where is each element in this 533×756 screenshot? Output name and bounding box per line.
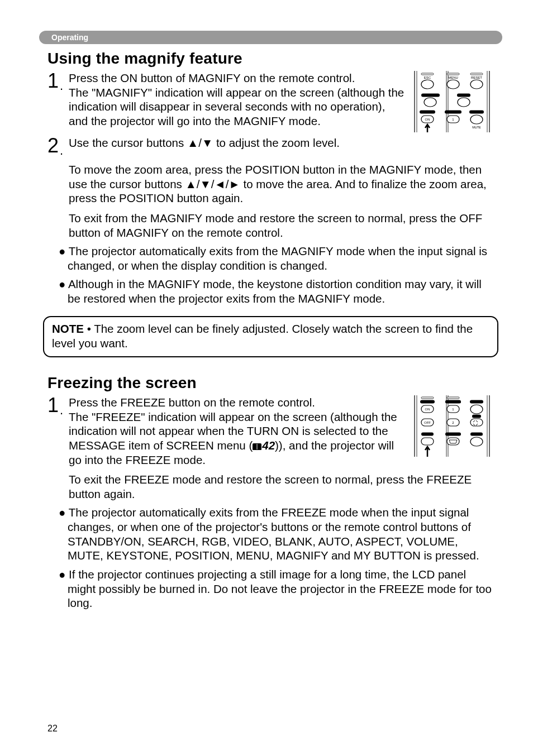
svg-rect-63 <box>445 433 461 436</box>
magnify-step2-p2: To exit from the MAGNIFY mode and restor… <box>69 211 494 240</box>
svg-rect-61 <box>421 433 434 436</box>
freeze-p1: To exit the FREEZE mode and restore the … <box>69 472 494 501</box>
freeze-bullet-2: ● If the projector continues projecting … <box>59 567 494 610</box>
svg-text:ON: ON <box>425 118 430 121</box>
remote-illustration-magnify: ESC MENU RESET POSITION AUTO <box>410 71 494 132</box>
step-num: 1 <box>47 395 59 415</box>
freeze-step-number-1: 1. <box>47 395 69 417</box>
svg-text:MUTE: MUTE <box>472 126 481 129</box>
step-number-2: 2. <box>47 136 69 157</box>
freeze-bullet-1: ● The projector automatically exits from… <box>59 505 494 563</box>
svg-rect-47 <box>470 400 483 404</box>
note-box: NOTE • The zoom level can be finely adju… <box>43 316 498 357</box>
step-num: 2 <box>47 136 59 156</box>
svg-text:ESC: ESC <box>424 76 431 79</box>
section-tab-label: Operating <box>39 33 88 42</box>
svg-point-68 <box>470 437 483 446</box>
magnify-step2-lead: Use the cursor buttons ▲/▼ to adjust the… <box>69 136 340 149</box>
note-label: NOTE <box>52 322 84 335</box>
svg-text:ON: ON <box>425 408 430 411</box>
svg-point-8 <box>421 80 434 89</box>
step-num: 1 <box>47 71 59 91</box>
magnify-step1-cont: The "MAGNIFY" indication will appear on … <box>69 86 404 127</box>
svg-rect-22 <box>420 111 435 114</box>
svg-point-11 <box>447 80 459 89</box>
svg-point-31 <box>470 115 483 124</box>
svg-rect-59 <box>472 415 481 418</box>
svg-text:MENU: MENU <box>448 76 458 79</box>
svg-rect-24 <box>445 111 461 114</box>
magnify-bullet-2: ● Although in the MAGNIFY mode, the keys… <box>59 277 494 305</box>
svg-rect-41 <box>447 397 459 399</box>
magnify-bullet-1: ● The projector automatically exits from… <box>59 244 494 272</box>
page-number: 22 <box>47 724 58 734</box>
svg-point-17 <box>424 98 436 107</box>
svg-point-33 <box>427 124 428 125</box>
svg-text:OFF: OFF <box>424 421 431 424</box>
page-ref: 42 <box>262 439 275 452</box>
svg-rect-65 <box>470 433 483 436</box>
svg-rect-43 <box>420 400 435 404</box>
section-tab: Operating <box>39 31 502 44</box>
svg-rect-19 <box>457 94 470 97</box>
svg-rect-45 <box>445 400 461 404</box>
heading-magnify: Using the magnify feature <box>47 50 494 68</box>
remote-illustration-freeze: MAGNIFY MY BUTTON VOLUME ON 1 OFF <box>410 395 494 457</box>
svg-rect-40 <box>421 397 434 399</box>
svg-rect-12 <box>470 73 483 75</box>
svg-point-20 <box>458 98 470 107</box>
svg-rect-66 <box>421 438 434 445</box>
svg-rect-16 <box>421 94 440 97</box>
svg-rect-67 <box>447 438 459 445</box>
svg-text:RESET: RESET <box>471 76 482 79</box>
book-icon <box>253 443 261 450</box>
svg-point-14 <box>470 80 483 89</box>
svg-rect-9 <box>447 73 459 75</box>
svg-point-52 <box>470 405 483 414</box>
step-dot: . <box>60 136 63 157</box>
svg-rect-26 <box>469 111 484 114</box>
svg-rect-6 <box>421 73 434 75</box>
heading-freeze: Freezing the screen <box>47 374 494 392</box>
step-dot: . <box>60 71 63 92</box>
step-dot: . <box>60 395 63 417</box>
note-text: • The zoom level can be finely adjusted.… <box>52 322 473 350</box>
freeze-step1-lead: Press the FREEZE button on the remote co… <box>69 396 315 409</box>
step-number-1: 1. <box>47 71 69 92</box>
magnify-step1-lead: Press the ON button of MAGNIFY on the re… <box>69 71 355 84</box>
magnify-step2-p1: To move the zoom area, press the POSITIO… <box>69 162 494 205</box>
